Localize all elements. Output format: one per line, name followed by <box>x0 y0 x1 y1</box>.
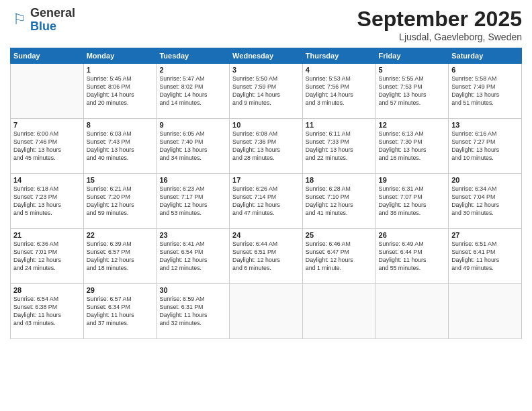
day-info: Sunrise: 6:03 AMSunset: 7:43 PMDaylight:… <box>87 130 154 163</box>
logo-blue: Blue <box>30 20 75 34</box>
day-number: 11 <box>306 121 373 129</box>
calendar-cell: 14Sunrise: 6:18 AMSunset: 7:23 PMDayligh… <box>11 174 84 229</box>
day-number: 5 <box>379 66 446 74</box>
day-number: 7 <box>13 121 81 129</box>
day-info: Sunrise: 6:59 AMSunset: 6:31 PMDaylight:… <box>159 295 226 328</box>
weekday-header: Monday <box>83 48 157 64</box>
calendar-cell: 4Sunrise: 5:53 AMSunset: 7:56 PMDaylight… <box>302 64 375 119</box>
calendar-cell: 17Sunrise: 6:26 AMSunset: 7:14 PMDayligh… <box>230 174 303 229</box>
day-number: 26 <box>379 231 446 239</box>
day-info: Sunrise: 6:00 AMSunset: 7:46 PMDaylight:… <box>13 130 81 163</box>
day-number: 28 <box>13 286 81 294</box>
day-number: 4 <box>306 66 373 74</box>
title-block: September 2025 Ljusdal, Gaevleborg, Swed… <box>357 7 522 42</box>
day-number: 21 <box>13 231 81 239</box>
weekday-header: Saturday <box>449 48 522 64</box>
day-info: Sunrise: 6:34 AMSunset: 7:04 PMDaylight:… <box>451 185 519 218</box>
calendar-cell: 8Sunrise: 6:03 AMSunset: 7:43 PMDaylight… <box>83 119 157 174</box>
weekday-header: Sunday <box>11 48 84 64</box>
weekday-header: Wednesday <box>230 48 303 64</box>
day-info: Sunrise: 6:31 AMSunset: 7:07 PMDaylight:… <box>379 185 446 218</box>
day-info: Sunrise: 6:11 AMSunset: 7:33 PMDaylight:… <box>306 130 373 163</box>
calendar-cell <box>375 284 449 339</box>
calendar-cell: 6Sunrise: 5:58 AMSunset: 7:49 PMDaylight… <box>449 64 522 119</box>
calendar-cell: 2Sunrise: 5:47 AMSunset: 8:02 PMDaylight… <box>157 64 230 119</box>
day-info: Sunrise: 6:18 AMSunset: 7:23 PMDaylight:… <box>13 185 81 218</box>
day-info: Sunrise: 6:39 AMSunset: 6:57 PMDaylight:… <box>87 240 154 273</box>
day-number: 16 <box>159 176 226 184</box>
weekday-header: Thursday <box>302 48 375 64</box>
day-info: Sunrise: 5:53 AMSunset: 7:56 PMDaylight:… <box>306 75 373 107</box>
day-number: 14 <box>13 176 81 184</box>
day-info: Sunrise: 6:36 AMSunset: 7:01 PMDaylight:… <box>13 240 81 273</box>
day-info: Sunrise: 6:41 AMSunset: 6:54 PMDaylight:… <box>159 240 226 273</box>
calendar-cell: 15Sunrise: 6:21 AMSunset: 7:20 PMDayligh… <box>83 174 157 229</box>
day-number: 24 <box>232 231 300 239</box>
page-header: ⚐ General Blue September 2025 Ljusdal, G… <box>10 7 522 42</box>
day-number: 9 <box>159 121 226 129</box>
day-number: 19 <box>379 176 446 184</box>
calendar-cell: 26Sunrise: 6:49 AMSunset: 6:44 PMDayligh… <box>375 229 449 284</box>
day-info: Sunrise: 5:45 AMSunset: 8:06 PMDaylight:… <box>87 75 154 107</box>
day-number: 12 <box>379 121 446 129</box>
day-info: Sunrise: 6:57 AMSunset: 6:34 PMDaylight:… <box>87 295 154 328</box>
day-number: 20 <box>451 176 519 184</box>
day-number: 29 <box>87 286 154 294</box>
day-info: Sunrise: 6:26 AMSunset: 7:14 PMDaylight:… <box>232 185 300 218</box>
logo: ⚐ General Blue <box>10 7 75 34</box>
calendar-cell: 13Sunrise: 6:16 AMSunset: 7:27 PMDayligh… <box>449 119 522 174</box>
weekday-header: Tuesday <box>157 48 230 64</box>
day-number: 3 <box>232 66 300 74</box>
calendar-cell: 19Sunrise: 6:31 AMSunset: 7:07 PMDayligh… <box>375 174 449 229</box>
calendar-cell: 21Sunrise: 6:36 AMSunset: 7:01 PMDayligh… <box>11 229 84 284</box>
day-info: Sunrise: 6:44 AMSunset: 6:51 PMDaylight:… <box>232 240 300 273</box>
calendar-header: SundayMondayTuesdayWednesdayThursdayFrid… <box>11 48 522 64</box>
day-info: Sunrise: 6:54 AMSunset: 6:38 PMDaylight:… <box>13 295 81 328</box>
day-number: 25 <box>306 231 373 239</box>
calendar-cell: 23Sunrise: 6:41 AMSunset: 6:54 PMDayligh… <box>157 229 230 284</box>
calendar-cell: 29Sunrise: 6:57 AMSunset: 6:34 PMDayligh… <box>83 284 157 339</box>
day-info: Sunrise: 5:50 AMSunset: 7:59 PMDaylight:… <box>232 75 300 107</box>
calendar-cell: 7Sunrise: 6:00 AMSunset: 7:46 PMDaylight… <box>11 119 84 174</box>
day-number: 6 <box>451 66 519 74</box>
day-number: 30 <box>159 286 226 294</box>
svg-text:⚐: ⚐ <box>13 11 26 28</box>
day-number: 10 <box>232 121 300 129</box>
calendar-cell: 20Sunrise: 6:34 AMSunset: 7:04 PMDayligh… <box>449 174 522 229</box>
calendar-cell: 10Sunrise: 6:08 AMSunset: 7:36 PMDayligh… <box>230 119 303 174</box>
logo-general: General <box>30 7 75 20</box>
calendar-cell: 24Sunrise: 6:44 AMSunset: 6:51 PMDayligh… <box>230 229 303 284</box>
calendar-cell <box>11 64 84 119</box>
day-info: Sunrise: 6:13 AMSunset: 7:30 PMDaylight:… <box>379 130 446 163</box>
day-number: 2 <box>159 66 226 74</box>
day-info: Sunrise: 6:28 AMSunset: 7:10 PMDaylight:… <box>306 185 373 218</box>
calendar-table: SundayMondayTuesdayWednesdayThursdayFrid… <box>10 48 522 339</box>
day-number: 13 <box>451 121 519 129</box>
day-info: Sunrise: 6:05 AMSunset: 7:40 PMDaylight:… <box>159 130 226 163</box>
day-info: Sunrise: 5:55 AMSunset: 7:53 PMDaylight:… <box>379 75 446 107</box>
calendar-cell: 25Sunrise: 6:46 AMSunset: 6:47 PMDayligh… <box>302 229 375 284</box>
calendar-cell: 22Sunrise: 6:39 AMSunset: 6:57 PMDayligh… <box>83 229 157 284</box>
day-number: 8 <box>87 121 154 129</box>
calendar-cell: 3Sunrise: 5:50 AMSunset: 7:59 PMDaylight… <box>230 64 303 119</box>
day-number: 23 <box>159 231 226 239</box>
day-info: Sunrise: 6:51 AMSunset: 6:41 PMDaylight:… <box>451 240 519 273</box>
calendar-cell <box>230 284 303 339</box>
calendar-cell: 30Sunrise: 6:59 AMSunset: 6:31 PMDayligh… <box>157 284 230 339</box>
calendar-cell <box>449 284 522 339</box>
day-info: Sunrise: 6:08 AMSunset: 7:36 PMDaylight:… <box>232 130 300 163</box>
day-number: 1 <box>87 66 154 74</box>
day-info: Sunrise: 6:46 AMSunset: 6:47 PMDaylight:… <box>306 240 373 273</box>
logo-icon: ⚐ <box>10 11 29 30</box>
calendar-cell: 12Sunrise: 6:13 AMSunset: 7:30 PMDayligh… <box>375 119 449 174</box>
calendar-cell: 5Sunrise: 5:55 AMSunset: 7:53 PMDaylight… <box>375 64 449 119</box>
calendar-cell: 18Sunrise: 6:28 AMSunset: 7:10 PMDayligh… <box>302 174 375 229</box>
calendar-cell: 16Sunrise: 6:23 AMSunset: 7:17 PMDayligh… <box>157 174 230 229</box>
day-info: Sunrise: 6:21 AMSunset: 7:20 PMDaylight:… <box>87 185 154 218</box>
month-title: September 2025 <box>357 7 522 32</box>
day-info: Sunrise: 6:49 AMSunset: 6:44 PMDaylight:… <box>379 240 446 273</box>
day-number: 17 <box>232 176 300 184</box>
calendar-cell: 1Sunrise: 5:45 AMSunset: 8:06 PMDaylight… <box>83 64 157 119</box>
weekday-header: Friday <box>375 48 449 64</box>
calendar-cell: 9Sunrise: 6:05 AMSunset: 7:40 PMDaylight… <box>157 119 230 174</box>
